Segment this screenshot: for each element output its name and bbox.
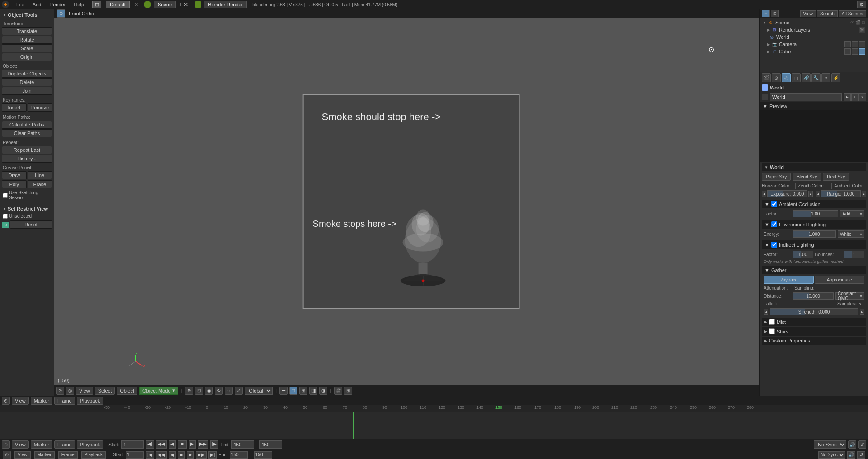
remove-keyframe-btn[interactable]: Remove — [28, 103, 52, 112]
object-prop-icon[interactable]: ◻ — [792, 73, 801, 82]
strength-dec-btn[interactable]: ◂ — [764, 309, 768, 315]
repeat-last-btn[interactable]: Repeat Last — [2, 146, 52, 154]
camera-edit-btn[interactable] — [859, 41, 865, 47]
env-checkbox[interactable] — [771, 221, 777, 227]
snapping-icon[interactable]: ⊡ — [195, 387, 203, 395]
bottom-loop-btn[interactable]: ↺ — [857, 451, 865, 459]
draw-btn[interactable]: Draw — [2, 171, 27, 179]
world-name-input[interactable] — [770, 93, 842, 101]
clear-paths-btn[interactable]: Clear Paths — [2, 129, 52, 137]
translate-btn[interactable]: Translate — [2, 27, 52, 35]
indirect-section-header[interactable]: ▼ Indirect Lighting — [762, 240, 866, 249]
zenith-color-swatch[interactable] — [831, 183, 832, 189]
view-menu-btn[interactable]: View — [76, 387, 93, 395]
camera-render-btn[interactable] — [852, 41, 858, 47]
current-frame-input[interactable] — [259, 440, 282, 449]
viewport-canvas[interactable]: Smoke should stop here -> Smoke stops he… — [54, 18, 760, 385]
window-icon[interactable]: ⊞ — [344, 387, 352, 395]
bottom-view-btn[interactable]: View — [14, 451, 31, 459]
history-btn[interactable]: History... — [2, 155, 52, 163]
render-menu[interactable]: Render — [47, 0, 68, 9]
next-keyframe-btn[interactable]: |▶ — [210, 440, 219, 449]
rendered-view-icon[interactable]: ◨ — [309, 387, 317, 395]
bottom-audio-btn[interactable]: 🔊 — [847, 451, 855, 459]
cube-edit-btn[interactable] — [859, 48, 865, 55]
stop-btn[interactable]: ■ — [178, 440, 187, 449]
gather-section-header[interactable]: ▼ Gather — [762, 266, 866, 274]
view-mode-icon[interactable]: ⊙ — [56, 387, 64, 395]
viewport-shading-icon[interactable]: ◎ — [66, 387, 74, 395]
move-icon[interactable]: ↔ — [225, 387, 233, 395]
mist-checkbox[interactable] — [769, 319, 775, 325]
camera-item[interactable]: ▶ 📷 Camera — [762, 41, 866, 48]
bottom-marker-btn[interactable]: Marker — [34, 451, 55, 459]
next-frame-btn[interactable]: ▶▶ — [198, 440, 208, 449]
join-btn[interactable]: Join — [2, 87, 52, 95]
add-icon[interactable]: + — [179, 1, 182, 8]
start-frame-input[interactable] — [121, 440, 144, 449]
cube-item[interactable]: ▶ ◻ Cube — [762, 48, 866, 55]
use-sketching-checkbox[interactable] — [3, 193, 8, 198]
range-inc-btn[interactable]: ▸ — [862, 191, 866, 197]
world-prop-icon active[interactable]: ◎ — [782, 73, 791, 82]
workspace-selector[interactable]: Default — [106, 1, 130, 8]
timeline-playback-btn[interactable]: Playback — [77, 397, 104, 405]
add-workspace-btn[interactable]: ✕ — [134, 2, 138, 8]
search-btn[interactable]: Search — [817, 10, 838, 17]
exposure-field[interactable]: Exposure: 0.000 — [767, 190, 807, 197]
modifier-prop-icon[interactable]: 🔧 — [811, 73, 821, 82]
pivot-icon[interactable]: ⊕ — [185, 387, 193, 395]
camera-vis-btn[interactable] — [844, 41, 851, 47]
scene-selector[interactable]: Scene — [154, 1, 176, 8]
bottom-bar-icon[interactable]: ⊙ — [3, 451, 11, 459]
world-section-header[interactable]: World — [762, 163, 866, 171]
constraint-prop-icon[interactable]: 🔗 — [802, 73, 811, 82]
browse-world-btn[interactable]: F — [844, 93, 851, 101]
loop-icon[interactable]: ↺ — [858, 440, 866, 449]
view-icon[interactable]: ⊙ — [57, 9, 65, 18]
renderlayers-item[interactable]: ▶ ⊞ RenderLayers 🎬 — [762, 26, 866, 33]
object-menu-btn[interactable]: Object — [117, 387, 137, 395]
stars-section-header[interactable]: Stars — [762, 327, 866, 336]
prev-keyframe-btn[interactable]: ◀| — [146, 440, 154, 449]
outliner-icon[interactable]: ≡ — [762, 10, 770, 17]
timeline-footer-marker-btn[interactable]: Marker — [31, 440, 52, 449]
scale-icon[interactable]: ⤢ — [235, 387, 243, 395]
particles-prop-icon[interactable]: ✦ — [821, 73, 830, 82]
timeline-footer-playback-btn[interactable]: Playback — [77, 440, 104, 449]
distance-field[interactable]: 10.000 — [793, 292, 834, 300]
material-view-icon[interactable]: ◑ — [319, 387, 327, 395]
ao-checkbox[interactable] — [771, 201, 777, 207]
bottom-back-btn[interactable]: ◀ — [169, 451, 176, 459]
timeline-footer-icon[interactable]: ⊙ — [2, 440, 10, 449]
timeline-frame-btn[interactable]: Frame — [54, 397, 75, 405]
all-scenes-btn[interactable]: All Scenes — [839, 10, 866, 17]
bottom-next-key-btn[interactable]: ▶| — [208, 451, 217, 459]
horizon-color-swatch[interactable] — [795, 183, 796, 189]
unselected-checkbox[interactable] — [3, 214, 8, 219]
settings-icon[interactable]: ⚙ — [857, 1, 866, 8]
strength-inc-btn[interactable]: ▸ — [860, 309, 864, 315]
world-item[interactable]: ◎ World — [762, 33, 866, 41]
timeline-footer-view-btn[interactable]: View — [12, 440, 29, 449]
bottom-fwd-btn[interactable]: ▶▶ — [196, 451, 207, 459]
file-menu[interactable]: File — [14, 0, 27, 9]
sync-mode-selector[interactable]: No Sync — [814, 440, 846, 449]
scene-prop-icon[interactable]: ⊙ — [772, 73, 781, 82]
range-field[interactable]: Range: 1.000 — [821, 190, 861, 197]
properties-icon[interactable]: ⊡ — [771, 10, 779, 17]
env-section-header[interactable]: ▼ Environment Lighting — [762, 220, 866, 229]
remove-icon[interactable]: ✕ — [183, 1, 189, 8]
select-menu-btn[interactable]: Select — [95, 387, 115, 395]
mist-section-header[interactable]: Mist — [762, 318, 866, 326]
ao-section-header[interactable]: ▼ Ambient Occlusion — [762, 200, 866, 208]
play-btn[interactable]: ▶ — [189, 440, 196, 449]
interaction-mode-selector[interactable]: Object Mode ▾ — [139, 387, 178, 395]
raytrace-tab[interactable]: Raytrace — [764, 276, 814, 284]
poly-btn[interactable]: Poly — [2, 180, 27, 188]
prev-frame-btn[interactable]: ◀◀ — [156, 440, 167, 449]
timeline-marker-btn[interactable]: Marker — [31, 397, 52, 405]
cube-render-btn[interactable] — [852, 48, 858, 55]
calculate-paths-btn[interactable]: Calculate Paths — [2, 121, 52, 129]
solid-view-icon[interactable]: □ — [289, 387, 297, 395]
